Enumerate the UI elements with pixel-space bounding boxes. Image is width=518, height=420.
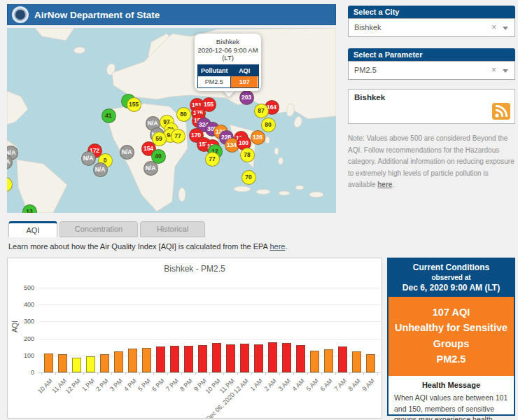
current-conditions-header: Current Conditions observed at Dec 6, 20… — [388, 259, 514, 297]
tab-historical[interactable]: Historical — [140, 221, 205, 237]
aqi-bar[interactable] — [156, 346, 165, 372]
aqi-bar[interactable] — [338, 346, 347, 372]
popup-col-pollutant: Pollutant — [198, 65, 231, 76]
popup-table: Pollutant AQI PM2.5 107 — [197, 64, 259, 88]
x-tick-mark — [307, 372, 308, 375]
cc-aqi-value: 107 AQI — [393, 304, 510, 320]
aqi-marker[interactable]: 70 — [241, 170, 256, 185]
aqi-bar[interactable] — [296, 345, 305, 372]
cc-datetime: Dec 6, 2020 9:00 AM (LT) — [391, 283, 511, 293]
x-tick-mark — [265, 372, 266, 375]
x-tick-mark — [335, 372, 336, 375]
aqi-marker[interactable]: 203 — [239, 90, 254, 105]
aqi-bar[interactable] — [310, 351, 319, 372]
x-tick-mark — [279, 372, 280, 375]
aqi-marker[interactable]: 80 — [176, 107, 191, 122]
x-tick-mark — [349, 372, 350, 375]
app-header: AirNow Department of State — [7, 4, 336, 25]
learn-more-here-link[interactable]: here — [270, 242, 285, 251]
popup-timezone: (LT) — [195, 54, 261, 62]
aqi-marker[interactable]: 78 — [240, 148, 255, 162]
aqi-marker[interactable]: 126 — [251, 130, 265, 145]
aqi-bar[interactable] — [268, 342, 277, 372]
app-title: AirNow Department of State — [34, 10, 160, 20]
aqi-bar[interactable] — [114, 351, 123, 372]
learn-more-text: Learn more about how the Air Quality Ind… — [8, 242, 267, 251]
aqi-marker[interactable]: N/A — [120, 145, 134, 160]
note-text: Note: Values above 500 are considered Be… — [348, 134, 514, 188]
x-tick-mark — [69, 372, 70, 375]
aqi-bar[interactable] — [366, 354, 375, 372]
aqi-marker[interactable]: N/A — [93, 162, 108, 177]
aqi-bar[interactable] — [72, 358, 81, 372]
x-tick-mark — [125, 372, 126, 375]
learn-more-suffix: . — [285, 242, 287, 251]
map-popup: Bishkek 2020-12-06 9:00 AM (LT) Pollutan… — [195, 34, 261, 91]
popup-col-aqi: AQI — [231, 65, 258, 76]
note-suffix: . — [392, 181, 394, 188]
y-tick-label: 100 — [8, 352, 34, 359]
select-parameter-header: Select a Parameter — [348, 48, 515, 61]
x-tick-mark — [363, 372, 364, 375]
cc-title: Current Conditions — [391, 262, 511, 272]
y-tick-label: 200 — [8, 335, 34, 342]
aqi-bar-chart: Bishkek - PM2.5 AQI 010020030040050010 A… — [7, 258, 382, 419]
y-tick-label: 300 — [8, 318, 34, 325]
aqi-marker[interactable]: 87 — [254, 104, 269, 118]
gridline — [38, 304, 380, 305]
aqi-bar[interactable] — [128, 349, 137, 372]
popup-aqi-value: 107 — [231, 76, 258, 88]
aqi-bar[interactable] — [254, 344, 263, 372]
city-clear-icon[interactable]: × — [491, 19, 496, 36]
health-message-text: When AQI values are between 101 and 150,… — [394, 393, 508, 420]
city-select[interactable]: Bishkek × — [348, 18, 515, 37]
aqi-bar[interactable] — [226, 344, 235, 372]
aqi-bar[interactable] — [100, 354, 109, 372]
parameter-select-value: PM2.5 — [354, 66, 377, 74]
aqi-marker[interactable]: N/A — [81, 151, 96, 166]
gridline — [38, 321, 380, 322]
aqi-bar[interactable] — [184, 346, 193, 372]
aqi-marker[interactable]: 155 — [127, 97, 141, 112]
aqi-bar[interactable] — [44, 354, 53, 372]
aqi-bar[interactable] — [198, 345, 207, 372]
cc-observed: observed at — [391, 274, 511, 281]
gridline — [38, 288, 380, 288]
aqi-bar[interactable] — [324, 349, 333, 372]
x-tick-mark — [237, 372, 238, 375]
aqi-bar[interactable] — [86, 356, 95, 372]
aqi-marker[interactable]: 80 — [261, 118, 276, 132]
aqi-bar[interactable] — [170, 346, 179, 372]
x-tick-mark — [55, 372, 56, 375]
tab-concentration[interactable]: Concentration — [59, 221, 138, 237]
popup-city: Bishkek — [195, 38, 261, 46]
x-tick-mark — [251, 372, 252, 375]
aqi-bar[interactable] — [352, 351, 361, 372]
aqi-marker[interactable]: 77 — [205, 152, 220, 167]
parameter-clear-icon[interactable]: × — [491, 62, 496, 79]
aqi-bar[interactable] — [282, 343, 291, 372]
parameter-select[interactable]: PM2.5 × — [348, 61, 515, 80]
rss-feed-icon[interactable] — [492, 103, 510, 120]
aqi-marker[interactable]: N/A — [144, 161, 158, 176]
parameter-caret-down-icon[interactable] — [503, 69, 508, 73]
aqi-bar[interactable] — [58, 354, 67, 372]
aqi-bar[interactable] — [142, 348, 151, 372]
aqi-bar[interactable] — [212, 343, 221, 372]
x-tick-mark — [293, 372, 294, 375]
aqi-bar[interactable] — [240, 344, 249, 372]
popup-datetime: 2020-12-06 9:00 AM — [195, 46, 261, 54]
feed-city-label: Bishkek — [354, 93, 385, 102]
aqi-marker[interactable]: 77 — [171, 129, 186, 144]
x-tick-mark — [153, 372, 154, 375]
x-tick-mark — [139, 372, 140, 375]
health-message-title: Health Message — [394, 381, 508, 389]
note-here-link[interactable]: here — [377, 181, 392, 188]
cc-aqi-block: 107 AQI Unhealthy for Sensitive Groups P… — [388, 297, 514, 376]
tab-aqi[interactable]: AQI — [8, 221, 57, 237]
x-tick-mark — [321, 372, 322, 375]
aqi-marker[interactable]: 41 — [102, 108, 116, 123]
city-caret-down-icon[interactable] — [503, 27, 508, 30]
aqi-map[interactable]: N/AN/A1341155N/A9771N/A94775980172N/A0N/… — [7, 28, 336, 213]
y-tick-label: 400 — [8, 301, 34, 308]
